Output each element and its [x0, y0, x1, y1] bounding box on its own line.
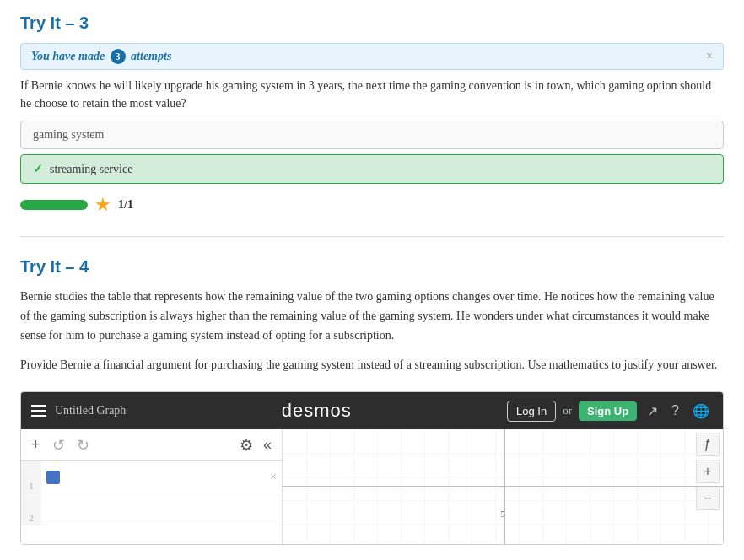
- undo-button[interactable]: ↺: [49, 434, 68, 456]
- try-it-3-section: Try It – 3 You have made 3 attempts × If…: [20, 13, 724, 216]
- expression-row-1: 1 ×: [21, 461, 282, 493]
- progress-bar-fill: [20, 200, 88, 210]
- graph-axis-label-5: 5: [500, 509, 505, 519]
- function-button[interactable]: ƒ: [696, 433, 720, 456]
- desmos-container: Untitled Graph desmos Log In or Sign Up …: [20, 391, 724, 545]
- zoom-in-button[interactable]: +: [696, 460, 720, 483]
- expression-number-2: 2: [21, 493, 41, 525]
- settings-globe-icon[interactable]: 🌐: [689, 401, 713, 421]
- desmos-sidebar-toolbar: + ↺ ↻ ⚙ «: [21, 429, 282, 461]
- share-icon[interactable]: ↗: [644, 401, 661, 421]
- desmos-header-right: Log In or Sign Up ↗ ? 🌐: [507, 401, 713, 422]
- expression-row-2: 2: [21, 493, 282, 525]
- graph-right-controls: ƒ + −: [693, 429, 723, 514]
- login-button[interactable]: Log In: [507, 401, 556, 422]
- or-label: or: [563, 404, 572, 417]
- desmos-sidebar: + ↺ ↻ ⚙ « 1 ×: [21, 429, 283, 544]
- score-text: 1/1: [118, 198, 133, 212]
- expression-number-1: 1: [21, 461, 41, 493]
- option-streaming-service[interactable]: ✓ streaming service: [20, 154, 724, 184]
- try-it-4-section: Try It – 4 Bernie studies the table that…: [20, 257, 724, 545]
- paragraph-2: Provide Bernie a financial argument for …: [20, 355, 724, 374]
- section-divider: [20, 236, 724, 237]
- question-text: If Bernie knows he will likely upgrade h…: [20, 77, 724, 112]
- desmos-graph-area[interactable]: 5 ƒ + −: [283, 429, 723, 544]
- expression-color-dot-1: [46, 471, 60, 484]
- help-icon[interactable]: ?: [668, 401, 682, 420]
- toolbar-left: + ↺ ↻: [28, 434, 93, 456]
- graph-grid-svg: [283, 429, 723, 544]
- attempts-banner: You have made 3 attempts ×: [20, 43, 724, 70]
- hamburger-menu-icon[interactable]: [31, 405, 46, 417]
- try-it-3-title: Try It – 3: [20, 13, 724, 33]
- attempts-text: You have made 3 attempts: [31, 49, 171, 64]
- desmos-header: Untitled Graph desmos Log In or Sign Up …: [21, 392, 723, 429]
- expression-input-1[interactable]: [65, 467, 265, 487]
- star-icon: ★: [94, 194, 111, 216]
- desmos-body: + ↺ ↻ ⚙ « 1 ×: [21, 429, 723, 544]
- score-row: ★ 1/1: [20, 194, 724, 216]
- progress-bar: [20, 200, 88, 210]
- desmos-logo: desmos: [282, 400, 352, 422]
- signup-button[interactable]: Sign Up: [579, 401, 637, 421]
- toolbar-right: ⚙ «: [236, 434, 275, 456]
- desmos-header-left: Untitled Graph: [31, 404, 126, 417]
- desmos-graph-title: Untitled Graph: [55, 404, 126, 417]
- redo-button[interactable]: ↻: [73, 434, 93, 456]
- expression-input-2[interactable]: [60, 499, 282, 519]
- page-container: Try It – 3 You have made 3 attempts × If…: [0, 0, 744, 558]
- close-icon[interactable]: ×: [706, 50, 713, 63]
- try-it-4-title: Try It – 4: [20, 257, 724, 277]
- checkmark-icon: ✓: [33, 162, 43, 176]
- collapse-sidebar-icon[interactable]: «: [260, 434, 275, 455]
- attempts-count: 3: [111, 49, 126, 64]
- add-expression-button[interactable]: +: [28, 434, 44, 455]
- expression-settings-icon[interactable]: ⚙: [236, 434, 256, 456]
- expression-close-icon-1[interactable]: ×: [265, 471, 282, 484]
- zoom-out-button[interactable]: −: [696, 487, 720, 510]
- option-gaming-system[interactable]: gaming system: [20, 121, 724, 149]
- paragraph-1: Bernie studies the table that represents…: [20, 287, 724, 345]
